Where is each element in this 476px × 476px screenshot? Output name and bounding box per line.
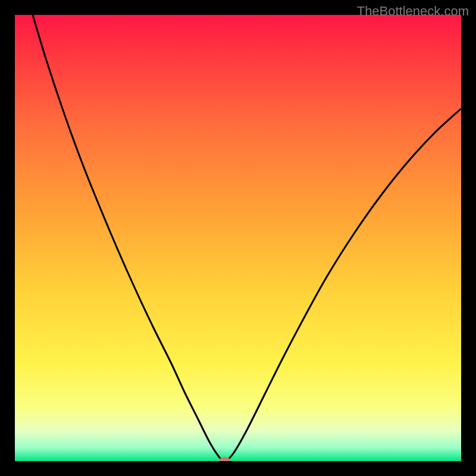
gradient-background	[15, 15, 461, 461]
watermark-text: TheBottleneck.com	[357, 4, 469, 19]
chart-plot-area	[15, 15, 461, 461]
bottleneck-chart	[15, 15, 461, 461]
